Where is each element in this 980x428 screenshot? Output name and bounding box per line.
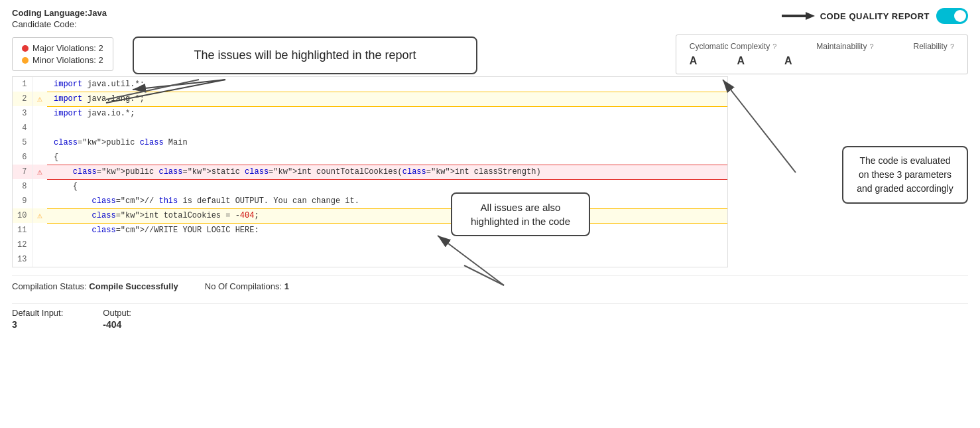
compilation-label: Compilation Status:: [12, 281, 87, 291]
code-line: import java.lang.*;: [47, 92, 727, 106]
line-number: 3: [13, 106, 32, 121]
warning-cell: ⚠: [32, 165, 47, 179]
warning-cell: [32, 238, 47, 252]
table-row: 10⚠ class="kw">int totalCookies = -404;: [13, 208, 727, 223]
code-line: class="kw">int totalCookies = -404;: [47, 208, 727, 223]
table-row: 6{: [13, 150, 727, 165]
code-tooltip-text: All issues are also highlighted in the c…: [471, 202, 570, 227]
code-editor[interactable]: 1import java.util.*;2⚠import java.lang.*…: [12, 76, 728, 267]
output-label: Output:: [103, 308, 131, 318]
warning-cell: ⚠: [32, 208, 47, 223]
major-violations: Major Violations: 2: [22, 43, 103, 53]
svg-marker-1: [806, 12, 815, 20]
violations-box: Major Violations: 2 Minor Violations: 2: [12, 37, 113, 71]
warning-cell: [32, 106, 47, 121]
line-number: 2: [13, 92, 32, 106]
default-input-value: 3: [12, 319, 63, 330]
line-number: 8: [13, 179, 32, 194]
code-line: import java.io.*;: [47, 106, 727, 121]
major-violations-label: Major Violations: 2: [32, 43, 103, 53]
table-row: 13: [13, 252, 727, 267]
num-compilations-label: No Of Compilations:: [205, 281, 282, 291]
code-line: [47, 252, 727, 267]
table-row: 11 class="cm">//WRITE YOUR LOGIC HERE:: [13, 223, 727, 238]
warning-cell: [32, 77, 47, 92]
svg-line-9: [723, 80, 796, 173]
reliability-help-icon[interactable]: ?: [950, 42, 954, 50]
major-dot: [22, 45, 29, 52]
code-line: class="kw">public class="kw">static clas…: [47, 165, 727, 179]
table-row: 5class="kw">public class Main: [13, 135, 727, 150]
report-toggle-area: CODE QUALITY REPORT: [782, 8, 968, 24]
line-number: 11: [13, 223, 32, 238]
cyclomatic-help-icon[interactable]: ?: [772, 42, 776, 50]
compilation-value: Compile Successfully: [89, 281, 178, 291]
cyclomatic-value: A: [690, 55, 698, 67]
code-line: {: [47, 150, 727, 165]
maintainability-value: A: [737, 55, 745, 67]
io-section: Default Input: 3 Output: -404: [12, 303, 968, 334]
line-number: 5: [13, 135, 32, 150]
params-tooltip-text: The code is evaluated on these 3 paramet…: [857, 155, 953, 194]
metrics-values: A A A: [690, 55, 954, 67]
coding-language-value: Java: [88, 8, 107, 18]
warning-cell: [32, 150, 47, 165]
line-number: 7: [13, 165, 32, 179]
code-quality-toggle[interactable]: [936, 8, 968, 24]
table-row: 2⚠import java.lang.*;: [13, 92, 727, 106]
minor-warn-icon: ⚠: [37, 94, 42, 104]
reliability-header: Reliability ?: [914, 42, 954, 51]
report-label: CODE QUALITY REPORT: [820, 11, 930, 21]
line-number: 1: [13, 77, 32, 92]
default-input-item: Default Input: 3: [12, 308, 63, 330]
warning-cell: [32, 194, 47, 208]
major-warn-icon: ⚠: [37, 167, 42, 177]
code-table: 1import java.util.*;2⚠import java.lang.*…: [13, 77, 727, 267]
coding-language: Coding Language:Java: [12, 8, 107, 18]
line-number: 4: [13, 121, 32, 135]
arrow-right-icon: [782, 10, 815, 22]
table-row: 7⚠ class="kw">public class="kw">static c…: [13, 165, 727, 179]
reliability-value: A: [784, 55, 792, 67]
minor-dot: [22, 57, 29, 64]
metrics-headers: Cyclomatic Complexity ? Maintainability …: [690, 42, 954, 51]
table-row: 1import java.util.*;: [13, 77, 727, 92]
warning-cell: [32, 135, 47, 150]
maintainability-header: Maintainability ?: [816, 42, 873, 51]
line-number: 12: [13, 238, 32, 252]
table-row: 4: [13, 121, 727, 135]
table-row: 9 class="cm">// this is default OUTPUT. …: [13, 194, 727, 208]
callout-params: The code is evaluated on these 3 paramet…: [842, 146, 968, 204]
cyclomatic-label: Cyclomatic Complexity: [690, 42, 770, 51]
warning-cell: [32, 252, 47, 267]
num-compilations-value: 1: [284, 281, 289, 291]
table-row: 8 {: [13, 179, 727, 194]
candidate-code-label: Candidate Code:: [12, 19, 107, 29]
report-arrow-label: CODE QUALITY REPORT: [782, 10, 930, 22]
default-input-label: Default Input:: [12, 308, 63, 318]
maintainability-help-icon[interactable]: ?: [869, 42, 873, 50]
status-bar: Compilation Status: Compile Successfully…: [12, 275, 968, 297]
line-number: 13: [13, 252, 32, 267]
output-value: -404: [103, 319, 131, 330]
callout-code: All issues are also highlighted in the c…: [451, 192, 590, 236]
report-tooltip-text: The issues will be highlighted in the re…: [194, 48, 416, 62]
minor-warn-icon: ⚠: [37, 211, 42, 221]
minor-violations-label: Minor Violations: 2: [32, 55, 103, 65]
maintainability-label: Maintainability: [816, 42, 867, 51]
output-item: Output: -404: [103, 308, 131, 330]
code-line: {: [47, 179, 727, 194]
minor-violations: Minor Violations: 2: [22, 55, 103, 65]
reliability-label: Reliability: [914, 42, 948, 51]
table-row: 12: [13, 238, 727, 252]
cyclomatic-header: Cyclomatic Complexity ?: [690, 42, 776, 51]
code-line: class="kw">public class Main: [47, 135, 727, 150]
code-line: [47, 121, 727, 135]
code-line: [47, 238, 727, 252]
code-line: class="cm">//WRITE YOUR LOGIC HERE:: [47, 223, 727, 238]
warning-cell: ⚠: [32, 92, 47, 106]
warning-cell: [32, 223, 47, 238]
callout-report: The issues will be highlighted in the re…: [133, 36, 477, 74]
line-number: 9: [13, 194, 32, 208]
code-line: import java.util.*;: [47, 77, 727, 92]
